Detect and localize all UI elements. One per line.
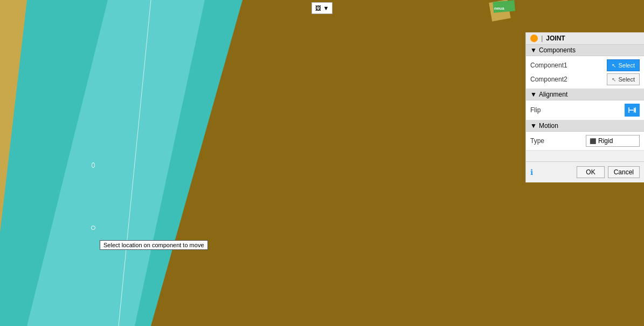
cursor-indicator-2 — [92, 162, 95, 168]
motion-section-body: Type ⬛ Rigid — [526, 132, 644, 151]
footer-left: ℹ — [530, 166, 573, 178]
right-panel: | JOINT ▼ Components Component1 ↖ Select… — [525, 32, 644, 182]
camera-icon: 🖼 — [315, 5, 321, 11]
panel-title: JOINT — [546, 35, 565, 42]
flip-icon — [627, 105, 637, 115]
ok-button[interactable]: OK — [577, 166, 604, 178]
components-label: Components — [539, 46, 576, 54]
type-value: Rigid — [598, 137, 613, 145]
view-button[interactable]: 🖼 ▼ — [311, 2, 333, 14]
cancel-label: Cancel — [614, 168, 634, 176]
motion-label: Motion — [539, 122, 558, 130]
cancel-button[interactable]: Cancel — [608, 166, 640, 178]
motion-collapse-icon: ▼ — [530, 122, 537, 130]
alignment-section-body: Flip — [526, 100, 644, 120]
components-section-header[interactable]: ▼ Components — [526, 45, 644, 56]
panel-header: | JOINT — [526, 32, 644, 45]
select1-cursor-icon: ↖ — [612, 63, 616, 69]
top-toolbar: 🖼 ▼ — [0, 0, 644, 16]
canvas-tooltip: Select location on component to move — [100, 240, 208, 250]
cursor-indicator-1 — [91, 226, 95, 230]
alignment-collapse-icon: ▼ — [530, 91, 537, 98]
flip-button[interactable] — [625, 104, 640, 117]
component1-select-button[interactable]: ↖ Select — [607, 59, 640, 71]
component1-select-label: Select — [618, 62, 635, 69]
panel-separator: | — [541, 35, 543, 42]
info-icon: ℹ — [530, 168, 533, 176]
panel-spacer — [526, 151, 644, 161]
type-field[interactable]: ⬛ Rigid — [586, 135, 640, 147]
ok-label: OK — [586, 168, 595, 176]
rigid-icon: ⬛ — [590, 138, 596, 144]
alignment-label: Alignment — [539, 91, 567, 98]
select2-cursor-icon: ↖ — [612, 77, 616, 83]
components-collapse-icon: ▼ — [530, 46, 537, 54]
dropdown-arrow: ▼ — [323, 5, 329, 11]
component1-row: Component1 ↖ Select — [530, 59, 640, 71]
components-section-body: Component1 ↖ Select Component2 ↖ Select — [526, 56, 644, 89]
component2-row: Component2 ↖ Select — [530, 73, 640, 85]
component2-label: Component2 — [530, 76, 567, 83]
component1-label: Component1 — [530, 62, 567, 69]
panel-footer: ℹ OK Cancel — [526, 161, 644, 182]
flip-row: Flip — [530, 104, 640, 117]
component2-select-button[interactable]: ↖ Select — [607, 73, 640, 85]
flip-label: Flip — [530, 106, 541, 114]
motion-section-header[interactable]: ▼ Motion — [526, 120, 644, 132]
canvas-svg — [0, 0, 525, 326]
type-row: Type ⬛ Rigid — [530, 135, 640, 147]
component2-select-label: Select — [618, 76, 635, 83]
type-label: Type — [530, 137, 544, 145]
alignment-section-header[interactable]: ▼ Alignment — [526, 89, 644, 100]
tooltip-text: Select location on component to move — [103, 242, 204, 248]
joint-icon — [530, 35, 538, 42]
